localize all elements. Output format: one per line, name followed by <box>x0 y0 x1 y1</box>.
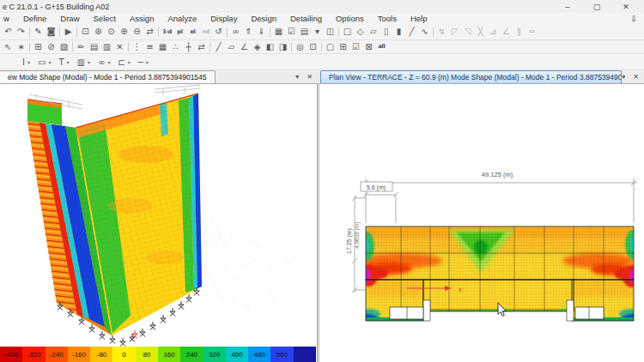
draw-wall-icon[interactable]: ▯ <box>380 26 392 38</box>
edit-pencil-icon[interactable]: ✎ <box>32 26 45 38</box>
box-section-button[interactable]: ▥▾ <box>77 57 90 67</box>
select-pointer-icon[interactable]: ⇖ <box>2 41 15 53</box>
draw-link-icon[interactable]: ∿ <box>418 26 431 38</box>
left-pane-tab[interactable]: ew Mode Shape (Modal) - Mode 1 - Period … <box>0 70 216 83</box>
zoom-in-icon[interactable]: ⊕ <box>118 26 131 38</box>
rubber-band-zoom-icon[interactable]: ⊡ <box>79 26 92 38</box>
redo-icon[interactable]: ↷ <box>15 26 27 38</box>
delete-object-icon[interactable]: ✕ <box>113 41 126 53</box>
perspective-toggle-icon[interactable]: ∞ <box>229 26 242 38</box>
draw-joint-icon[interactable]: ⋮ <box>131 41 143 53</box>
draw-brace-icon[interactable]: ╱ <box>405 26 418 38</box>
measure-line-icon[interactable]: ╱ <box>212 41 225 53</box>
new-model-window-icon[interactable]: ▢ <box>324 41 337 53</box>
chevron-down-icon[interactable]: ▾ <box>48 59 51 65</box>
previous-zoom-icon[interactable]: ⊙ <box>105 26 118 38</box>
pan-icon[interactable]: ⇄ <box>143 26 156 38</box>
clear-selection-icon[interactable]: ⊘ <box>45 41 58 53</box>
left-pane-close-icon[interactable]: ✕ <box>307 73 313 81</box>
menu-display[interactable]: Display <box>204 14 244 23</box>
snap-points-icon[interactable]: ∴ <box>169 41 182 53</box>
channel-section-button[interactable]: ⊏▾ <box>118 57 130 67</box>
object-view-options-icon[interactable]: ▦ <box>272 26 285 38</box>
menu-options[interactable]: Options <box>329 14 371 23</box>
tee-section-button[interactable]: T▾ <box>58 57 69 67</box>
menu-detailing[interactable]: Detailing <box>283 14 329 23</box>
reshape-icon[interactable]: ✏ <box>75 41 88 53</box>
view-3d-canvas[interactable]: -400-320-240-160-80080160240320400480560 <box>0 83 318 362</box>
menu-draw[interactable]: Draw <box>53 14 86 23</box>
menu-help[interactable]: Help <box>404 14 434 23</box>
menu-design[interactable]: Design <box>244 14 283 23</box>
legend-segment: 480 <box>248 347 270 362</box>
zoom-selection-icon[interactable]: ◎ <box>294 41 307 53</box>
legend-segment-label: 560 <box>276 351 288 359</box>
rect-section-button[interactable]: ▭▾ <box>38 57 51 67</box>
check-model-icon[interactable]: ☑ <box>349 41 362 53</box>
select-all-icon[interactable]: ⊞ <box>32 41 45 53</box>
section-cut-icon[interactable]: ◧ <box>264 41 276 53</box>
paste-object-icon[interactable]: ▥ <box>100 41 113 53</box>
show-all-icon[interactable]: all <box>375 41 388 53</box>
menu-tools[interactable]: Tools <box>371 14 404 23</box>
close-button[interactable]: ✕ <box>611 0 641 13</box>
edit-plane-icon[interactable]: ◨ <box>276 41 289 53</box>
move-story-up-icon[interactable]: ⇑ <box>242 26 255 38</box>
lock-model-icon[interactable]: ◙ <box>45 26 58 38</box>
restore-full-view-icon[interactable]: ⊛ <box>92 26 105 38</box>
move-story-down-icon[interactable]: ⇓ <box>255 26 268 38</box>
draw-frame-icon[interactable]: ≡ <box>143 41 156 53</box>
snap-lines-icon[interactable]: ┼ <box>182 41 195 53</box>
invert-selection-icon[interactable]: ▨ <box>58 41 70 53</box>
interactive-database-icon[interactable]: ⊡ <box>307 41 319 53</box>
zoom-out-icon[interactable]: ⊖ <box>131 26 143 38</box>
legend-segment-label: -320 <box>27 351 40 359</box>
draw-rect-icon[interactable]: □ <box>341 26 354 38</box>
draw-shell-icon[interactable]: ▦ <box>156 41 169 53</box>
menu-assign[interactable]: Assign <box>123 14 161 23</box>
minimize-button[interactable]: – <box>553 0 582 13</box>
building-settings-icon[interactable]: ◫ <box>324 26 337 38</box>
chevron-down-icon[interactable]: ▾ <box>88 59 90 65</box>
dropdown-arrow-icon[interactable]: ▾ <box>311 26 324 38</box>
chevron-down-icon[interactable]: ▾ <box>146 59 149 65</box>
menu-view-partial[interactable]: w <box>0 14 16 23</box>
right-pane-dropdown-icon[interactable]: ▾ <box>622 73 625 81</box>
chevron-down-icon[interactable]: ▾ <box>67 59 70 65</box>
toolbar-separator <box>76 27 77 37</box>
right-pane-tab[interactable]: Plan View - TERRACE - Z = 60.9 (m) Mode … <box>320 70 622 83</box>
measure-angle-icon[interactable]: ∠ <box>238 41 251 53</box>
i-section-button[interactable]: I▾ <box>22 57 30 67</box>
copy-object-icon[interactable]: ▤ <box>88 41 100 53</box>
plan-view-icon[interactable]: pl <box>173 26 186 38</box>
menu-analyze[interactable]: Analyze <box>161 14 204 23</box>
restore-button[interactable]: ▢ <box>582 0 611 13</box>
elevation-view-icon[interactable]: el <box>186 26 199 38</box>
undo-icon[interactable]: ↶ <box>2 26 15 38</box>
chevron-down-icon[interactable]: ▾ <box>27 59 30 65</box>
chevron-down-icon[interactable]: ▾ <box>107 59 110 65</box>
rotate-view-icon[interactable]: ↺ <box>212 26 225 38</box>
measure-area-icon[interactable]: ▱ <box>225 41 238 53</box>
pipe-section-button[interactable]: ∞▾ <box>98 57 110 67</box>
draw-floor-icon[interactable]: ▱ <box>367 26 380 38</box>
draw-poly-icon[interactable]: ◇ <box>354 26 367 38</box>
more-options-icon[interactable]: ▤ <box>298 26 311 38</box>
download-icon[interactable]: ⇩ <box>630 15 637 23</box>
3d-view-icon[interactable]: 3-d <box>161 26 173 38</box>
menu-select[interactable]: Select <box>87 14 123 23</box>
move-objects-icon[interactable]: ⇄ <box>195 41 208 53</box>
draw-column-icon[interactable]: ▮ <box>392 26 405 38</box>
show-selection-only-icon[interactable]: ⊠ <box>362 41 375 53</box>
left-pane-dropdown-icon[interactable]: ▾ <box>295 73 299 81</box>
plan-view-canvas[interactable]: 49.125 (m) 5.6 (m) 17.25 (m) 4.9608 (m) … <box>319 83 644 362</box>
select-previous-icon[interactable]: ∗ <box>15 41 27 53</box>
tile-windows-icon[interactable]: ⊞ <box>337 41 349 53</box>
run-analysis-icon[interactable]: ▶ <box>62 26 75 38</box>
guide-line-icon[interactable]: ◈ <box>251 41 264 53</box>
line-section-button[interactable]: ─▾ <box>138 57 149 67</box>
display-options-icon[interactable]: ☑ <box>285 26 298 38</box>
menu-define[interactable]: Define <box>16 14 53 23</box>
right-pane-close-icon[interactable]: ✕ <box>633 73 639 81</box>
chevron-down-icon[interactable]: ▾ <box>128 59 131 65</box>
